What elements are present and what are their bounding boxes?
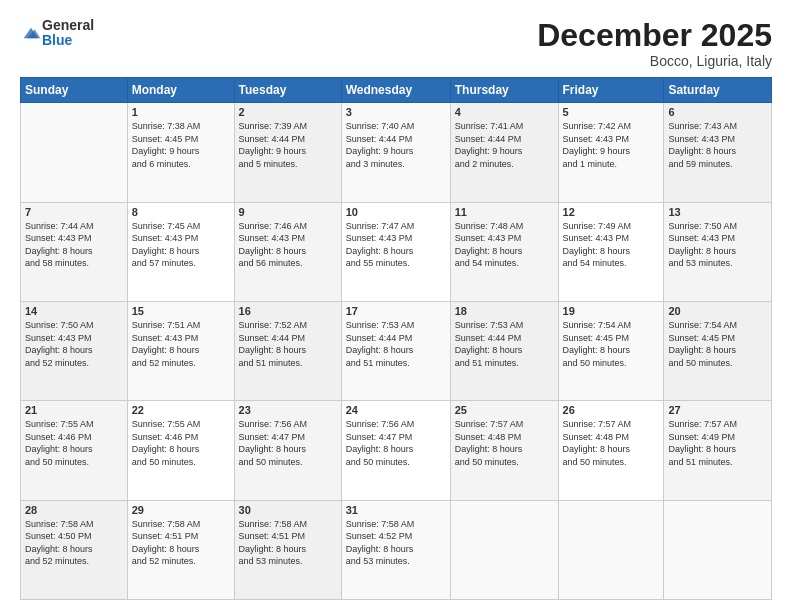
day-number: 24	[346, 404, 446, 416]
day-info: Sunrise: 7:53 AM Sunset: 4:44 PM Dayligh…	[346, 319, 446, 369]
day-number: 16	[239, 305, 337, 317]
day-info: Sunrise: 7:38 AM Sunset: 4:45 PM Dayligh…	[132, 120, 230, 170]
table-row: 10Sunrise: 7:47 AM Sunset: 4:43 PM Dayli…	[341, 202, 450, 301]
table-row: 12Sunrise: 7:49 AM Sunset: 4:43 PM Dayli…	[558, 202, 664, 301]
col-sunday: Sunday	[21, 78, 128, 103]
day-number: 29	[132, 504, 230, 516]
day-info: Sunrise: 7:52 AM Sunset: 4:44 PM Dayligh…	[239, 319, 337, 369]
table-row: 3Sunrise: 7:40 AM Sunset: 4:44 PM Daylig…	[341, 103, 450, 202]
day-info: Sunrise: 7:39 AM Sunset: 4:44 PM Dayligh…	[239, 120, 337, 170]
day-number: 30	[239, 504, 337, 516]
table-row: 5Sunrise: 7:42 AM Sunset: 4:43 PM Daylig…	[558, 103, 664, 202]
day-number: 12	[563, 206, 660, 218]
day-info: Sunrise: 7:58 AM Sunset: 4:50 PM Dayligh…	[25, 518, 123, 568]
day-number: 26	[563, 404, 660, 416]
calendar-week-row: 1Sunrise: 7:38 AM Sunset: 4:45 PM Daylig…	[21, 103, 772, 202]
page: General Blue December 2025 Bocco, Liguri…	[0, 0, 792, 612]
table-row: 26Sunrise: 7:57 AM Sunset: 4:48 PM Dayli…	[558, 401, 664, 500]
logo-blue: Blue	[42, 33, 94, 48]
table-row: 14Sunrise: 7:50 AM Sunset: 4:43 PM Dayli…	[21, 301, 128, 400]
day-info: Sunrise: 7:51 AM Sunset: 4:43 PM Dayligh…	[132, 319, 230, 369]
table-row: 27Sunrise: 7:57 AM Sunset: 4:49 PM Dayli…	[664, 401, 772, 500]
day-info: Sunrise: 7:54 AM Sunset: 4:45 PM Dayligh…	[563, 319, 660, 369]
day-info: Sunrise: 7:57 AM Sunset: 4:48 PM Dayligh…	[455, 418, 554, 468]
day-number: 6	[668, 106, 767, 118]
table-row: 16Sunrise: 7:52 AM Sunset: 4:44 PM Dayli…	[234, 301, 341, 400]
location-title: Bocco, Liguria, Italy	[537, 53, 772, 69]
day-number: 19	[563, 305, 660, 317]
logo: General Blue	[20, 18, 94, 49]
day-info: Sunrise: 7:55 AM Sunset: 4:46 PM Dayligh…	[132, 418, 230, 468]
day-number: 18	[455, 305, 554, 317]
col-friday: Friday	[558, 78, 664, 103]
logo-icon	[20, 22, 42, 44]
day-info: Sunrise: 7:54 AM Sunset: 4:45 PM Dayligh…	[668, 319, 767, 369]
day-number: 25	[455, 404, 554, 416]
table-row: 2Sunrise: 7:39 AM Sunset: 4:44 PM Daylig…	[234, 103, 341, 202]
day-info: Sunrise: 7:44 AM Sunset: 4:43 PM Dayligh…	[25, 220, 123, 270]
table-row: 11Sunrise: 7:48 AM Sunset: 4:43 PM Dayli…	[450, 202, 558, 301]
day-number: 7	[25, 206, 123, 218]
table-row	[21, 103, 128, 202]
day-number: 8	[132, 206, 230, 218]
day-number: 23	[239, 404, 337, 416]
day-number: 15	[132, 305, 230, 317]
table-row: 9Sunrise: 7:46 AM Sunset: 4:43 PM Daylig…	[234, 202, 341, 301]
table-row: 13Sunrise: 7:50 AM Sunset: 4:43 PM Dayli…	[664, 202, 772, 301]
table-row: 25Sunrise: 7:57 AM Sunset: 4:48 PM Dayli…	[450, 401, 558, 500]
day-info: Sunrise: 7:53 AM Sunset: 4:44 PM Dayligh…	[455, 319, 554, 369]
day-number: 9	[239, 206, 337, 218]
logo-general: General	[42, 18, 94, 33]
day-number: 27	[668, 404, 767, 416]
day-info: Sunrise: 7:43 AM Sunset: 4:43 PM Dayligh…	[668, 120, 767, 170]
header: General Blue December 2025 Bocco, Liguri…	[20, 18, 772, 69]
col-thursday: Thursday	[450, 78, 558, 103]
table-row: 4Sunrise: 7:41 AM Sunset: 4:44 PM Daylig…	[450, 103, 558, 202]
day-info: Sunrise: 7:55 AM Sunset: 4:46 PM Dayligh…	[25, 418, 123, 468]
table-row: 29Sunrise: 7:58 AM Sunset: 4:51 PM Dayli…	[127, 500, 234, 599]
day-info: Sunrise: 7:56 AM Sunset: 4:47 PM Dayligh…	[239, 418, 337, 468]
day-number: 11	[455, 206, 554, 218]
day-info: Sunrise: 7:50 AM Sunset: 4:43 PM Dayligh…	[668, 220, 767, 270]
day-info: Sunrise: 7:47 AM Sunset: 4:43 PM Dayligh…	[346, 220, 446, 270]
day-number: 2	[239, 106, 337, 118]
day-info: Sunrise: 7:41 AM Sunset: 4:44 PM Dayligh…	[455, 120, 554, 170]
day-info: Sunrise: 7:42 AM Sunset: 4:43 PM Dayligh…	[563, 120, 660, 170]
table-row: 15Sunrise: 7:51 AM Sunset: 4:43 PM Dayli…	[127, 301, 234, 400]
day-number: 22	[132, 404, 230, 416]
day-number: 13	[668, 206, 767, 218]
day-number: 5	[563, 106, 660, 118]
table-row: 6Sunrise: 7:43 AM Sunset: 4:43 PM Daylig…	[664, 103, 772, 202]
table-row: 30Sunrise: 7:58 AM Sunset: 4:51 PM Dayli…	[234, 500, 341, 599]
day-number: 28	[25, 504, 123, 516]
col-tuesday: Tuesday	[234, 78, 341, 103]
col-saturday: Saturday	[664, 78, 772, 103]
calendar-week-row: 14Sunrise: 7:50 AM Sunset: 4:43 PM Dayli…	[21, 301, 772, 400]
day-info: Sunrise: 7:40 AM Sunset: 4:44 PM Dayligh…	[346, 120, 446, 170]
calendar-week-row: 28Sunrise: 7:58 AM Sunset: 4:50 PM Dayli…	[21, 500, 772, 599]
day-info: Sunrise: 7:50 AM Sunset: 4:43 PM Dayligh…	[25, 319, 123, 369]
table-row: 19Sunrise: 7:54 AM Sunset: 4:45 PM Dayli…	[558, 301, 664, 400]
day-info: Sunrise: 7:48 AM Sunset: 4:43 PM Dayligh…	[455, 220, 554, 270]
table-row: 1Sunrise: 7:38 AM Sunset: 4:45 PM Daylig…	[127, 103, 234, 202]
month-title: December 2025	[537, 18, 772, 53]
day-info: Sunrise: 7:46 AM Sunset: 4:43 PM Dayligh…	[239, 220, 337, 270]
table-row: 7Sunrise: 7:44 AM Sunset: 4:43 PM Daylig…	[21, 202, 128, 301]
table-row: 18Sunrise: 7:53 AM Sunset: 4:44 PM Dayli…	[450, 301, 558, 400]
table-row	[450, 500, 558, 599]
calendar-week-row: 7Sunrise: 7:44 AM Sunset: 4:43 PM Daylig…	[21, 202, 772, 301]
table-row: 24Sunrise: 7:56 AM Sunset: 4:47 PM Dayli…	[341, 401, 450, 500]
table-row	[558, 500, 664, 599]
table-row: 23Sunrise: 7:56 AM Sunset: 4:47 PM Dayli…	[234, 401, 341, 500]
day-number: 31	[346, 504, 446, 516]
day-number: 20	[668, 305, 767, 317]
day-number: 1	[132, 106, 230, 118]
col-monday: Monday	[127, 78, 234, 103]
day-info: Sunrise: 7:57 AM Sunset: 4:49 PM Dayligh…	[668, 418, 767, 468]
day-number: 21	[25, 404, 123, 416]
day-info: Sunrise: 7:58 AM Sunset: 4:52 PM Dayligh…	[346, 518, 446, 568]
calendar-header-row: Sunday Monday Tuesday Wednesday Thursday…	[21, 78, 772, 103]
day-info: Sunrise: 7:56 AM Sunset: 4:47 PM Dayligh…	[346, 418, 446, 468]
day-number: 10	[346, 206, 446, 218]
day-number: 14	[25, 305, 123, 317]
